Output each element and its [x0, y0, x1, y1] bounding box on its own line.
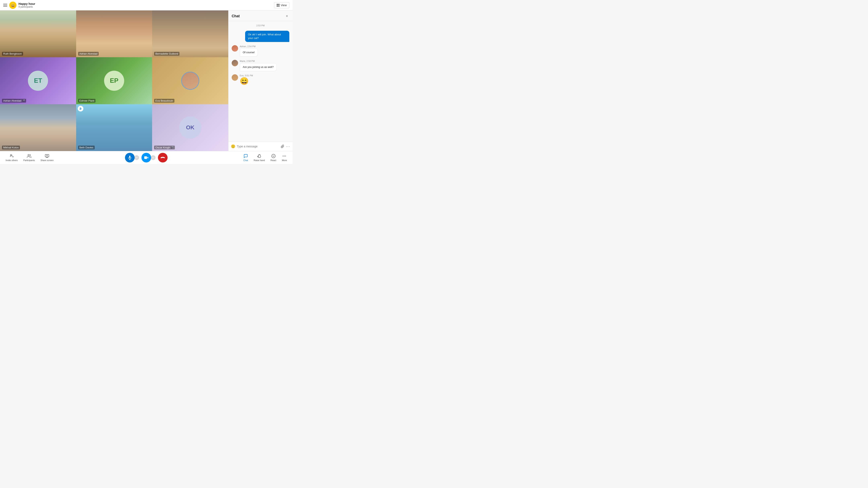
chat-toolbar-label: Chat	[243, 159, 248, 161]
chat-messages: 2:53 PM Ok ok! I will join. What about y…	[228, 21, 292, 141]
mic-chevron-button[interactable]	[134, 155, 139, 160]
svg-point-16	[285, 156, 286, 157]
mic-control-group	[125, 153, 139, 162]
chat-avatar-marie	[232, 60, 238, 66]
participant-label-beth: Beth Davies	[78, 145, 95, 150]
bottom-toolbar: Invite others Participants	[0, 151, 292, 164]
participant-label-oscar: Oscar Krogh 🎤	[154, 145, 175, 150]
video-tile-mikhail: Mikhail Kotov	[0, 104, 76, 151]
more-icon	[282, 154, 287, 158]
chat-input-field[interactable]	[237, 145, 279, 148]
message-adrian: Adrian, 2:54 PM Of course!	[232, 45, 289, 57]
chat-toolbar-button[interactable]: Chat	[241, 153, 251, 162]
close-chat-button[interactable]: ×	[284, 14, 289, 19]
react-button[interactable]: React	[268, 153, 279, 162]
invite-others-button[interactable]: Invite others	[3, 153, 20, 162]
participant-label-ep: Edmee Plant	[78, 99, 95, 103]
video-button[interactable]	[142, 153, 151, 162]
video-control-group	[142, 153, 156, 162]
svg-point-14	[283, 156, 283, 157]
main-content: Ruth Bengtsson Adrian Alvestad Bernadett…	[0, 10, 292, 151]
svg-point-15	[284, 156, 285, 157]
react-label: React	[271, 159, 276, 161]
share-screen-icon	[44, 154, 50, 158]
svg-marker-9	[147, 157, 148, 158]
share-screen-button[interactable]: Share screen	[38, 153, 56, 162]
end-call-button[interactable]	[158, 153, 167, 162]
view-button[interactable]: View	[274, 2, 289, 8]
participant-label-et: Adrian Alvestad 🎤	[2, 99, 26, 103]
participant-label-eva: Eva Beaudouin	[154, 99, 174, 103]
avatar-ok: OK	[179, 117, 201, 138]
mic-oscar-icon: 🎤	[171, 146, 174, 149]
chat-avatar-adrian	[232, 45, 238, 52]
participant-label-ruth: Ruth Bengtsson	[2, 52, 23, 56]
invite-icon	[9, 154, 14, 158]
message-bubble-self: Ok ok! I will join. What about your cat?	[245, 31, 289, 42]
message-content-eva: Eva, 3:01 PM 😄	[240, 74, 253, 85]
video-tile-et: ET Adrian Alvestad 🎤	[0, 57, 76, 104]
video-tile-ep: EP Edmee Plant	[76, 57, 152, 104]
header-left: 😀 Happy hour 9 participants	[3, 2, 274, 9]
message-sender-adrian: Adrian, 2:54 PM	[240, 45, 258, 47]
toolbar-left: Invite others Participants	[3, 153, 56, 162]
share-screen-label: Share screen	[40, 159, 54, 161]
chat-panel: Chat × 2:53 PM Ok ok! I will join. What …	[228, 10, 292, 151]
video-tile-bernadette: Bernadette Guibord	[152, 10, 228, 57]
participants-label: Participants	[23, 159, 35, 161]
svg-point-11	[272, 154, 275, 158]
svg-point-3	[28, 155, 29, 156]
message-sender-eva: Eva, 3:01 PM	[240, 74, 253, 77]
chat-avatar-eva	[232, 74, 238, 81]
attach-button[interactable]	[281, 144, 284, 148]
more-label: More	[282, 159, 287, 161]
participant-label-mikhail: Mikhail Kotov	[2, 145, 20, 150]
menu-icon[interactable]	[3, 4, 7, 7]
header: 😀 Happy hour 9 participants View	[0, 0, 292, 10]
profile-circle-eva	[181, 72, 199, 90]
mic-button[interactable]	[125, 153, 135, 162]
chat-toolbar-icon	[243, 154, 248, 158]
bing-badge: b	[78, 106, 83, 111]
more-button[interactable]: More	[279, 153, 289, 162]
message-timestamp-1: 2:53 PM	[232, 24, 289, 27]
meeting-participants: 9 participants	[19, 5, 35, 8]
view-grid-icon	[277, 4, 279, 7]
avatar-ep: EP	[104, 71, 124, 91]
video-tile-ruth: Ruth Bengtsson	[0, 10, 76, 57]
chat-more-button[interactable]: ···	[286, 144, 290, 149]
invite-others-label: Invite others	[6, 159, 18, 161]
toolbar-center	[124, 153, 168, 162]
svg-point-0	[10, 155, 12, 156]
message-self-1: Ok ok! I will join. What about your cat?	[232, 31, 289, 42]
meeting-emoji: 😀	[9, 2, 17, 9]
raise-hand-icon	[257, 154, 261, 158]
chat-header: Chat ×	[228, 10, 292, 21]
video-chevron-button[interactable]	[151, 155, 156, 160]
raise-hand-button[interactable]: Raise hand	[251, 153, 268, 162]
message-emoji-eva: 😄	[240, 77, 253, 85]
participant-label-bernadette: Bernadette Guibord	[154, 52, 179, 56]
avatar-et: ET	[28, 71, 48, 91]
video-tile-eva: Eva Beaudouin	[152, 57, 228, 104]
message-marie: Marie, 2:58 PM Are you joining us as wel…	[232, 60, 289, 71]
message-content-adrian: Adrian, 2:54 PM Of course!	[240, 45, 258, 57]
participant-label-adrian-group: Adrian Alvestad	[78, 52, 99, 56]
toolbar-right: Chat Raise hand React	[241, 153, 289, 162]
end-call-control-group	[158, 153, 167, 162]
message-sender-marie: Marie, 2:58 PM	[240, 60, 277, 62]
chat-title: Chat	[232, 14, 240, 18]
participants-button[interactable]: Participants	[21, 153, 37, 162]
video-grid: Ruth Bengtsson Adrian Alvestad Bernadett…	[0, 10, 228, 151]
emoji-picker-button[interactable]: 🙂	[231, 144, 235, 149]
video-tile-adrian-group: Adrian Alvestad	[76, 10, 152, 57]
participants-icon	[27, 154, 32, 158]
video-tile-beth: b Beth Davies	[76, 104, 152, 151]
view-button-label: View	[281, 4, 287, 7]
svg-rect-10	[144, 156, 147, 159]
react-icon	[271, 154, 276, 158]
meeting-title: Happy hour	[19, 2, 35, 5]
message-content-marie: Marie, 2:58 PM Are you joining us as wel…	[240, 60, 277, 71]
meeting-info: Happy hour 9 participants	[19, 2, 35, 8]
mic-muted-icon: 🎤	[22, 99, 25, 102]
